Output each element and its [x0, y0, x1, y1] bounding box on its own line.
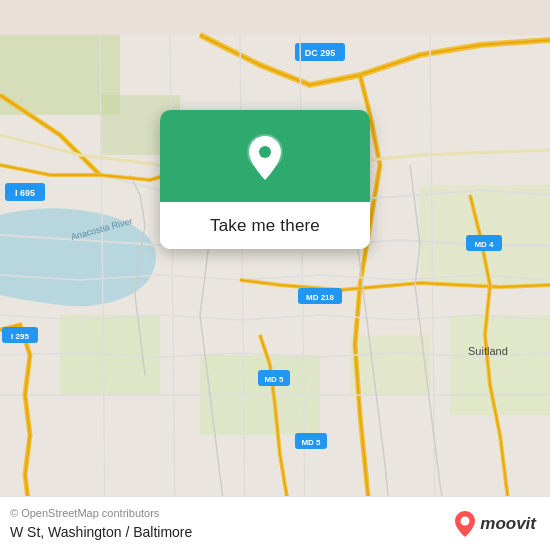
svg-text:Suitland: Suitland: [468, 345, 508, 357]
svg-text:MD 218: MD 218: [306, 293, 335, 302]
svg-text:DC 295: DC 295: [305, 48, 336, 58]
svg-rect-5: [350, 335, 430, 395]
svg-text:MD 4: MD 4: [474, 240, 494, 249]
svg-point-26: [259, 146, 271, 158]
svg-point-27: [461, 516, 470, 525]
moovit-logo-text: moovit: [480, 514, 536, 534]
take-me-there-button[interactable]: Take me there: [160, 202, 370, 249]
svg-rect-7: [450, 315, 550, 415]
location-pin-icon: [243, 132, 287, 184]
bottom-bar: © OpenStreetMap contributors W St, Washi…: [0, 496, 550, 550]
svg-text:I 695: I 695: [15, 188, 35, 198]
svg-text:I 295: I 295: [11, 332, 29, 341]
map-container: DC 295 I 695 MD 218 I 295: [0, 0, 550, 550]
map-background: DC 295 I 695 MD 218 I 295: [0, 0, 550, 550]
moovit-pin-icon: [454, 510, 476, 538]
moovit-logo: moovit: [454, 510, 536, 538]
popup-card: Take me there: [160, 110, 370, 249]
svg-text:MD 5: MD 5: [301, 438, 321, 447]
location-label: W St, Washington / Baltimore: [10, 524, 192, 540]
svg-text:MD 5: MD 5: [264, 375, 284, 384]
popup-header: [160, 110, 370, 202]
attribution: © OpenStreetMap contributors: [10, 507, 192, 519]
